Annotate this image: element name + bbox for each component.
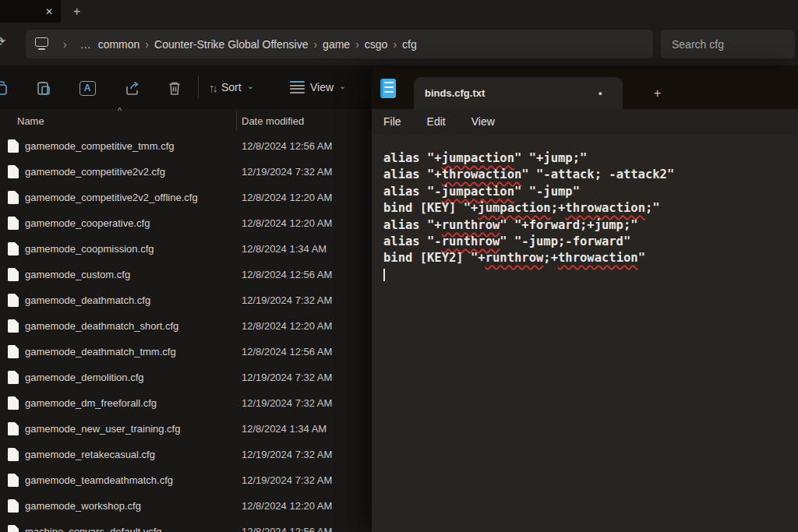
file-date-modified: 12/8/2024 12:20 AM bbox=[242, 320, 332, 332]
file-icon bbox=[8, 345, 19, 358]
breadcrumb-item[interactable]: csgo bbox=[365, 38, 388, 51]
file-icon bbox=[8, 422, 19, 435]
notepad-title-bar: binds.cfg.txt ● + bbox=[372, 69, 798, 109]
file-icon bbox=[8, 139, 19, 153]
file-date-modified: 12/19/2024 7:32 AM bbox=[242, 166, 332, 178]
code-line: bind [KEY2] "+runthrow;+throwaction" bbox=[383, 250, 798, 266]
file-date-modified: 12/19/2024 7:32 AM bbox=[242, 372, 332, 383]
file-icon bbox=[8, 319, 19, 333]
table-row[interactable]: gamemode_deathmatch_short.cfg12/8/2024 1… bbox=[0, 313, 372, 339]
sort-icon: ↑↓ bbox=[209, 81, 216, 94]
close-tab-icon[interactable]: ✕ bbox=[45, 7, 53, 16]
file-icon bbox=[8, 165, 19, 178]
copy-icon[interactable] bbox=[0, 79, 10, 97]
breadcrumb-item[interactable]: cfg bbox=[402, 38, 417, 51]
text-editor[interactable]: alias "+jumpaction" "+jump;"alias "+thro… bbox=[372, 134, 798, 532]
file-name: gamemode_deathmatch_short.cfg bbox=[25, 320, 178, 332]
delete-icon[interactable] bbox=[165, 79, 184, 97]
notepad-menu-bar: FileEditView bbox=[372, 109, 798, 134]
table-row[interactable]: gamemode_competitive2v2.cfg12/19/2024 7:… bbox=[0, 159, 372, 185]
explorer-active-tab[interactable]: ✕ bbox=[0, 0, 61, 23]
misspelled-word: throwaction bbox=[558, 251, 638, 265]
breadcrumb[interactable]: › …common›Counter-Strike Global Offensiv… bbox=[26, 30, 653, 58]
explorer-address-bar: ⟳ › …common›Counter-Strike Global Offens… bbox=[0, 23, 798, 65]
menu-item-file[interactable]: File bbox=[376, 112, 409, 131]
table-row[interactable]: machine_convars_default.vcfg12/8/2024 12… bbox=[0, 519, 372, 532]
table-row[interactable]: gamemode_competitive2v2_offline.cfg12/8/… bbox=[0, 185, 372, 210]
explorer-tab-bar: ✕ + bbox=[0, 0, 798, 23]
file-name: gamemode_custom.cfg bbox=[25, 269, 130, 280]
notepad-document-tab[interactable]: binds.cfg.txt ● bbox=[414, 77, 623, 109]
sort-label: Sort bbox=[221, 81, 242, 93]
code-line bbox=[383, 267, 798, 284]
table-row[interactable]: gamemode_coopmission.cfg12/8/2024 1:34 A… bbox=[0, 236, 372, 262]
table-row[interactable]: gamemode_demolition.cfg12/19/2024 7:32 A… bbox=[0, 365, 372, 390]
file-name: gamemode_competitive_tmm.cfg bbox=[25, 140, 174, 152]
file-icon bbox=[8, 448, 19, 461]
file-icon bbox=[8, 294, 19, 307]
file-date-modified: 12/8/2024 1:34 AM bbox=[242, 243, 327, 255]
desktop: ✕ + ⟳ › …common›Counter-Strike Global Of… bbox=[0, 0, 798, 532]
breadcrumb-item[interactable]: common bbox=[98, 38, 140, 51]
table-row[interactable]: gamemode_teamdeathmatch.cfg12/19/2024 7:… bbox=[0, 467, 372, 493]
table-row[interactable]: gamemode_workshop.cfg12/8/2024 12:20 AM bbox=[0, 493, 372, 519]
table-row[interactable]: gamemode_dm_freeforall.cfg12/19/2024 7:3… bbox=[0, 390, 372, 416]
file-name: gamemode_new_user_training.cfg bbox=[25, 423, 180, 435]
table-row[interactable]: gamemode_retakecasual.cfg12/19/2024 7:32… bbox=[0, 442, 372, 467]
new-tab-button[interactable]: + bbox=[67, 0, 87, 23]
notepad-app-icon bbox=[380, 79, 396, 98]
file-icon bbox=[8, 499, 19, 513]
paste-icon[interactable] bbox=[34, 79, 53, 97]
file-name: gamemode_demolition.cfg bbox=[25, 372, 143, 383]
chevron-right-icon: › bbox=[139, 38, 154, 51]
table-row[interactable]: gamemode_deathmatch.cfg12/19/2024 7:32 A… bbox=[0, 287, 372, 313]
chevron-down-icon: ⌄ bbox=[247, 81, 254, 91]
file-list-pane: ^ Name Date modified gamemode_competitiv… bbox=[0, 109, 372, 532]
search-placeholder: Search cfg bbox=[672, 38, 724, 51]
file-icon bbox=[8, 191, 19, 204]
table-row[interactable]: gamemode_new_user_training.cfg12/8/2024 … bbox=[0, 416, 372, 442]
table-row[interactable]: gamemode_competitive_tmm.cfg12/8/2024 12… bbox=[0, 133, 372, 159]
this-pc-icon[interactable] bbox=[35, 37, 50, 51]
file-date-modified: 12/19/2024 7:32 AM bbox=[242, 474, 332, 486]
file-name: gamemode_retakecasual.cfg bbox=[25, 449, 155, 460]
file-date-modified: 12/8/2024 12:20 AM bbox=[242, 500, 332, 512]
file-icon bbox=[8, 525, 19, 532]
share-icon[interactable] bbox=[123, 79, 142, 97]
chevron-right-icon: › bbox=[350, 38, 365, 51]
menu-item-edit[interactable]: Edit bbox=[419, 112, 454, 131]
file-name: machine_convars_default.vcfg bbox=[25, 526, 162, 532]
file-date-modified: 12/8/2024 12:56 AM bbox=[242, 526, 332, 532]
misspelled-word: runthrow bbox=[486, 251, 544, 265]
file-name: gamemode_deathmatch_tmm.cfg bbox=[25, 346, 176, 358]
breadcrumb-item[interactable]: Counter-Strike Global Offensive bbox=[154, 38, 308, 51]
misspelled-word: throwaction bbox=[565, 201, 645, 215]
code-line: alias "+runthrow" "+forward;+jump;" bbox=[383, 217, 798, 234]
search-input[interactable]: Search cfg bbox=[661, 30, 795, 58]
notepad-new-tab-button[interactable]: + bbox=[646, 77, 669, 109]
column-header-date[interactable]: Date modified bbox=[242, 115, 304, 127]
file-name: gamemode_cooperative.cfg bbox=[25, 217, 150, 229]
notepad-window: binds.cfg.txt ● + FileEditView alias "+j… bbox=[372, 69, 798, 532]
view-button[interactable]: View ⌄ bbox=[290, 75, 346, 100]
table-row[interactable]: gamemode_cooperative.cfg12/8/2024 12:20 … bbox=[0, 210, 372, 236]
table-row[interactable]: gamemode_deathmatch_tmm.cfg12/8/2024 12:… bbox=[0, 339, 372, 365]
text-caret bbox=[383, 269, 385, 281]
menu-item-view[interactable]: View bbox=[464, 112, 503, 131]
column-header-name[interactable]: Name bbox=[17, 115, 44, 127]
rename-icon[interactable]: A bbox=[78, 79, 97, 97]
column-divider[interactable] bbox=[236, 111, 237, 130]
sort-button[interactable]: ↑↓ Sort ⌄ bbox=[209, 75, 254, 100]
code-line: alias "-runthrow" "-jump;-forward" bbox=[383, 234, 798, 250]
breadcrumb-item[interactable]: game bbox=[323, 38, 350, 51]
table-row[interactable]: gamemode_custom.cfg12/8/2024 12:56 AM bbox=[0, 262, 372, 287]
file-date-modified: 12/8/2024 1:34 AM bbox=[242, 423, 327, 435]
view-icon bbox=[290, 81, 305, 93]
file-icon bbox=[8, 396, 19, 410]
file-icon bbox=[8, 242, 19, 255]
breadcrumb-item[interactable]: … bbox=[80, 38, 98, 51]
refresh-icon[interactable]: ⟳ bbox=[0, 33, 12, 51]
misspelled-word: jumpaction bbox=[442, 185, 514, 199]
code-line: bind [KEY] "+jumpaction;+throwaction;" bbox=[383, 200, 798, 217]
code-line: alias "+jumpaction" "+jump;" bbox=[383, 150, 798, 167]
